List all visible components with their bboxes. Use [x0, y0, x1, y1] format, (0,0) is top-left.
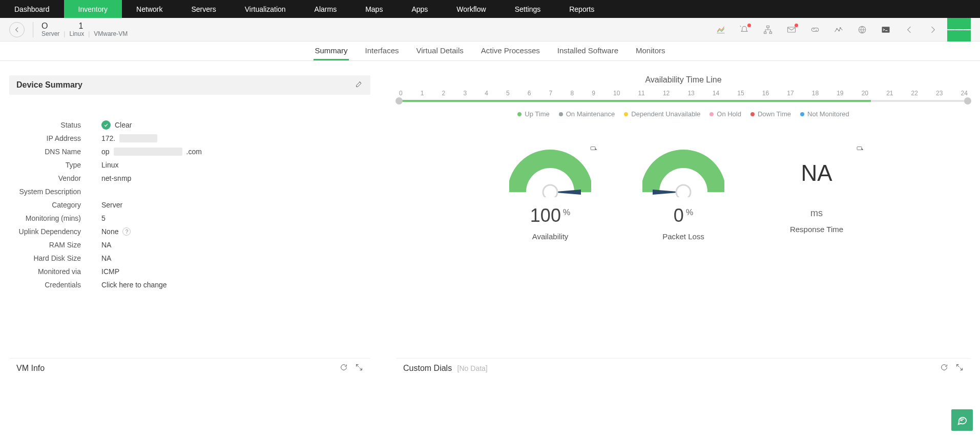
nav-network[interactable]: Network — [122, 0, 177, 18]
svg-point-6 — [840, 27, 841, 28]
gauges-row: 100% Availability 0% Packet Loss — [396, 149, 971, 241]
label-category: Category — [9, 201, 101, 209]
value-hd: NA — [101, 254, 111, 262]
timeline-tick: 3 — [463, 90, 467, 97]
timeline-handle-start[interactable] — [395, 97, 403, 105]
edit-icon[interactable] — [355, 80, 363, 90]
legend-dot-icon — [800, 112, 804, 116]
link-icon[interactable] — [810, 25, 820, 35]
value-status: Clear — [115, 121, 132, 129]
value-uplink: None — [101, 227, 118, 236]
alarm-icon[interactable] — [739, 25, 749, 35]
next-icon[interactable] — [928, 25, 938, 35]
value-via: ICMP — [101, 267, 119, 276]
timeline-tick: 16 — [762, 90, 769, 97]
timeline-tick: 22 — [911, 90, 918, 97]
legend-dot-icon — [710, 112, 714, 116]
svg-rect-0 — [767, 26, 769, 27]
timeline-tick: 8 — [570, 90, 574, 97]
label-sysdesc: System Description — [9, 187, 101, 196]
nav-settings[interactable]: Settings — [501, 0, 555, 18]
nav-alarms[interactable]: Alarms — [300, 0, 351, 18]
device-name: O1 — [41, 22, 128, 31]
gauge-responsetime-unit: ms — [810, 208, 823, 218]
value-ram: NA — [101, 241, 111, 249]
tab-virtual-details[interactable]: Virtual Details — [415, 46, 464, 60]
nav-reports[interactable]: Reports — [555, 0, 609, 18]
timeline-tick: 9 — [592, 90, 595, 97]
timeline-fill — [399, 100, 871, 102]
timeline-tick: 15 — [737, 90, 744, 97]
legend-label: Down Time — [758, 110, 791, 118]
header-icon-toolbar — [716, 25, 943, 35]
timeline-tick: 24 — [961, 90, 968, 97]
legend-label: On Maintenance — [566, 110, 615, 118]
device-summary-header: Device Summary — [9, 75, 370, 95]
legend-label: Dependent Unavailable — [631, 110, 700, 118]
vm-info-title: VM Info — [16, 364, 45, 373]
graph-icon[interactable] — [833, 25, 844, 35]
value-monitoring: 5 — [101, 214, 106, 222]
chart-icon[interactable] — [716, 25, 726, 35]
timeline-handle-end[interactable] — [964, 97, 971, 105]
timeline-tick: 2 — [442, 90, 446, 97]
timeline-tick: 18 — [812, 90, 819, 97]
tab-interfaces[interactable]: Interfaces — [364, 46, 400, 60]
timeline-tick: 12 — [663, 90, 670, 97]
timeline-tick: 23 — [936, 90, 943, 97]
nav-virtualization[interactable]: Virtualization — [231, 0, 300, 18]
timeline-tick: 17 — [787, 90, 794, 97]
svg-point-4 — [837, 28, 838, 29]
content-scroll[interactable]: Device Summary Status Clear IP Address 1… — [0, 61, 980, 438]
credentials-change-link[interactable]: Click here to change — [101, 281, 167, 289]
chat-button[interactable] — [951, 409, 973, 431]
value-dns-prefix: op — [101, 148, 110, 156]
nav-maps[interactable]: Maps — [351, 0, 397, 18]
tab-monitors[interactable]: Monitors — [635, 46, 666, 60]
mail-notification-dot — [795, 24, 798, 27]
topology-icon[interactable] — [763, 25, 773, 35]
status-clear-icon — [101, 120, 111, 130]
back-button[interactable] — [9, 22, 25, 37]
tab-installed-software[interactable]: Installed Software — [556, 46, 619, 60]
timeline-legend-item: Down Time — [750, 110, 791, 118]
redacted-ip — [119, 134, 157, 142]
prev-icon[interactable] — [904, 25, 914, 35]
device-title-block: O1 Server| Linux| VMware-VM — [41, 22, 128, 37]
expand-icon[interactable] — [355, 363, 363, 373]
timeline-tick: 6 — [528, 90, 531, 97]
nav-dashboard[interactable]: Dashboard — [0, 0, 64, 18]
mail-icon[interactable] — [786, 25, 797, 35]
refresh-icon[interactable] — [340, 363, 348, 373]
value-category: Server — [101, 201, 122, 209]
label-hd: Hard Disk Size — [9, 254, 101, 262]
gauge-responsetime: NA ms Response Time — [765, 149, 868, 241]
nav-workflow[interactable]: Workflow — [442, 0, 500, 18]
terminal-icon[interactable] — [881, 25, 891, 35]
refresh-icon[interactable] — [940, 363, 948, 373]
gauge-packetloss-unit: % — [686, 208, 693, 217]
subtab-bar: Summary Interfaces Virtual Details Activ… — [0, 41, 980, 61]
legend-dot-icon — [624, 112, 628, 116]
tab-active-processes[interactable]: Active Processes — [480, 46, 541, 60]
expand-icon[interactable] — [955, 363, 964, 373]
page-header: O1 Server| Linux| VMware-VM — [0, 18, 980, 41]
gauge-packetloss-value: 0 — [674, 206, 684, 225]
nav-apps[interactable]: Apps — [397, 0, 442, 18]
nav-inventory[interactable]: Inventory — [64, 0, 122, 18]
label-status: Status — [9, 121, 101, 129]
timeline-tick: 1 — [421, 90, 424, 97]
label-uplink: Uplink Dependency — [9, 227, 101, 236]
hamburger-button[interactable] — [947, 18, 971, 41]
timeline-bar[interactable] — [399, 100, 968, 102]
globe-icon[interactable] — [857, 25, 867, 35]
label-via: Monitored via — [9, 267, 101, 276]
svg-point-11 — [543, 185, 557, 197]
uplink-help-icon[interactable]: ? — [122, 227, 131, 236]
vm-info-header: VM Info — [9, 358, 370, 378]
legend-dot-icon — [750, 112, 755, 116]
timeline-tick: 21 — [886, 90, 893, 97]
tab-summary[interactable]: Summary — [314, 46, 348, 60]
nav-servers[interactable]: Servers — [177, 0, 230, 18]
timeline-tick: 0 — [399, 90, 403, 97]
